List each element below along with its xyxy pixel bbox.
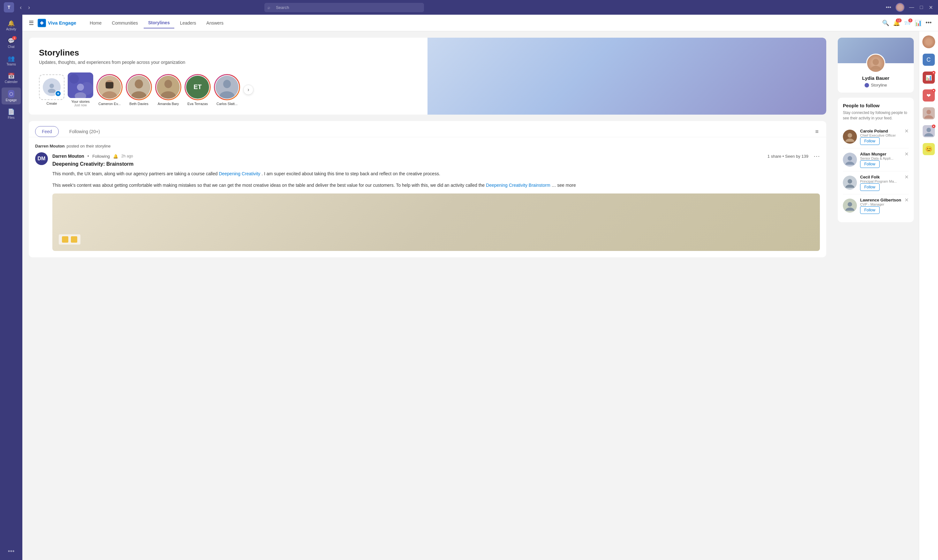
post-text-2: This week's content was about getting co… (52, 182, 820, 189)
fr-app-2[interactable]: 📊 ● (921, 70, 936, 85)
sidebar-item-engage[interactable]: ⬡ Engage (2, 88, 21, 105)
story-eva-label: Eva Terrazas (188, 102, 208, 106)
fr-app-5[interactable]: ● (921, 124, 936, 138)
create-story-button[interactable]: + (39, 74, 65, 100)
forward-button[interactable]: › (26, 3, 32, 12)
feed-tab-feed[interactable]: Feed (35, 126, 59, 137)
profile-storyline-link[interactable]: Storyline (843, 83, 909, 88)
post-menu-button[interactable]: ⋯ (813, 152, 820, 160)
stories-row: + Create (39, 72, 816, 107)
people-follow-title: People to follow (843, 103, 909, 108)
nav-communities[interactable]: Communities (107, 18, 142, 28)
profile-card: Lydia Bauer Storyline (838, 38, 914, 92)
person-name: Allan Munger (860, 152, 909, 157)
story-cameron[interactable]: Cameron Ev... (97, 74, 123, 106)
fr-app-1[interactable]: C (921, 52, 936, 67)
create-story-item[interactable]: + Create (39, 74, 65, 105)
your-stories-box (68, 72, 93, 98)
search-input[interactable] (264, 3, 424, 12)
sidebar-item-activity[interactable]: 🔔 Activity (2, 17, 21, 34)
person-info-cecil: Cecil Folk Principal Program Ma... Follo… (860, 175, 909, 191)
chat-icon: 💬 1 (8, 37, 15, 45)
content-area: Storylines Updates, thoughts, and experi… (22, 31, 938, 560)
topnav-more-button[interactable]: ••• (926, 20, 932, 26)
post-main: Darren Mouton • Following 🔔 2h ago 1 sha… (52, 152, 820, 251)
sidebar-item-label: Engage (6, 98, 17, 102)
svg-point-21 (846, 138, 854, 142)
person-info-lawrence: Lawrence Gilbertson CVP - Manager Follow (860, 198, 909, 214)
hamburger-button[interactable]: ☰ (29, 20, 34, 26)
nav-answers[interactable]: Answers (202, 18, 228, 28)
sidebar-item-label: Teams (6, 63, 15, 66)
your-stories-label: Your stories (71, 100, 90, 103)
search-icon[interactable]: 🔍 (882, 20, 889, 26)
post-title: Deepening Creativity: Brainstorm (52, 161, 820, 167)
close-button[interactable]: ✕ (927, 3, 934, 12)
sidebar-item-calendar[interactable]: 📅 Calender (2, 70, 21, 86)
fr-app-3-badge: ● (932, 89, 935, 92)
story-beth[interactable]: Beth Davies (126, 74, 152, 106)
back-button[interactable]: ‹ (17, 3, 24, 12)
svg-point-30 (927, 128, 931, 132)
teams-icon: T (4, 2, 14, 12)
maximize-button[interactable]: □ (918, 3, 924, 11)
feed-tab-following[interactable]: Following (20+) (63, 126, 107, 137)
nav-leaders[interactable]: Leaders (175, 18, 201, 28)
post-link-2[interactable]: Deepening Creativity Brainstorm (486, 183, 550, 188)
files-icon: 📄 (8, 108, 15, 115)
person-avatar-lawrence (843, 198, 857, 212)
svg-point-16 (223, 80, 231, 88)
nav-storylines[interactable]: Storylines (144, 18, 174, 28)
follow-button-cecil[interactable]: Follow (860, 183, 880, 191)
minimize-button[interactable]: — (908, 3, 915, 11)
dismiss-carole-button[interactable]: ✕ (904, 128, 909, 134)
follow-button-allan[interactable]: Follow (860, 160, 880, 168)
fr-app-6[interactable]: 😊 (921, 142, 936, 157)
dismiss-lawrence-button[interactable]: ✕ (904, 197, 909, 203)
notifications-icon[interactable]: 🔔12 (893, 20, 900, 26)
svg-point-4 (75, 92, 86, 98)
person-name: Carole Poland (860, 129, 909, 134)
fr-user-avatar[interactable] (921, 34, 936, 49)
sidebar-item-chat[interactable]: 💬 1 Chat (2, 35, 21, 51)
svg-point-29 (924, 115, 933, 118)
profile-name: Lydia Bauer (843, 75, 909, 81)
post-author-row: Darren Mouton • Following 🔔 2h ago 1 sha… (52, 152, 820, 160)
fr-app-4[interactable] (921, 106, 936, 121)
follow-button-lawrence[interactable]: Follow (860, 206, 880, 214)
sidebar-item-label: Files (8, 116, 14, 119)
titlebar-nav: ‹ › (17, 3, 32, 12)
story-amanda[interactable]: Amanda Bary (155, 74, 181, 106)
svg-point-23 (846, 162, 854, 165)
your-stories-item[interactable]: Your stories Just now (68, 72, 93, 107)
sidebar-item-teams[interactable]: 👥 Teams (2, 52, 21, 69)
post-author-name: Darren Mouton (52, 154, 84, 158)
story-carlos[interactable]: Carlos Slatt... (214, 74, 240, 106)
notifications-badge: 12 (896, 18, 902, 22)
person-role: Chief Executive Officer (860, 134, 909, 137)
post-link-1[interactable]: Deepening Creativity (219, 171, 260, 176)
post-stats: 1 share • Seen by 139 (767, 154, 808, 158)
stories-next-button[interactable]: › (243, 85, 254, 95)
people-follow-subtitle: Stay connected by following people to se… (843, 110, 909, 121)
nav-home[interactable]: Home (85, 18, 106, 28)
analytics-icon[interactable]: 📊 (915, 20, 922, 26)
dismiss-cecil-button[interactable]: ✕ (904, 174, 909, 180)
notification-icon: 🔔 (113, 154, 118, 158)
svg-point-18 (873, 59, 879, 65)
user-avatar-titlebar[interactable] (895, 3, 904, 12)
messages-icon[interactable]: 📨5 (904, 20, 911, 26)
your-stories-sublabel: Just now (74, 103, 86, 107)
dismiss-allan-button[interactable]: ✕ (904, 151, 909, 157)
fr-app-3[interactable]: ❤ ● (921, 88, 936, 103)
sidebar-item-files[interactable]: 📄 Files (2, 106, 21, 122)
storylines-content: Storylines Updates, thoughts, and experi… (39, 48, 816, 107)
titlebar-right: ••• — □ ✕ (885, 3, 934, 12)
more-options-button[interactable]: ••• (885, 3, 893, 11)
follow-button-carole[interactable]: Follow (860, 137, 880, 145)
app-logo-text: Viva Engage (48, 20, 76, 26)
feed-filter-button[interactable]: ≡ (814, 127, 820, 136)
story-eva[interactable]: ET Eva Terrazas (185, 74, 211, 106)
post-text: This month, the UX team, along with our … (52, 170, 820, 177)
sidebar-more-button[interactable]: ••• (8, 548, 14, 555)
